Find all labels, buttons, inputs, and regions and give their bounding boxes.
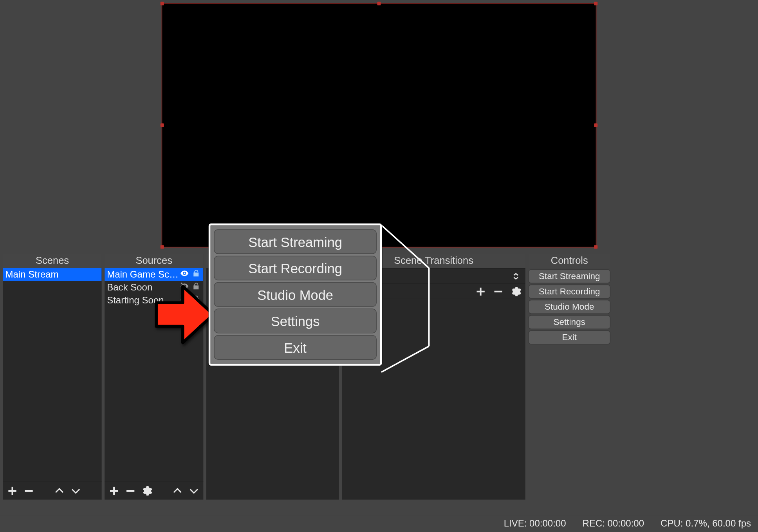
source-item[interactable]: Starting Soon — [105, 294, 203, 307]
source-item[interactable]: Back Soon — [105, 281, 203, 294]
mixer-body — [206, 268, 339, 500]
transitions-body — [342, 268, 525, 500]
move-source-up-button[interactable] — [171, 485, 183, 496]
source-label: Back Soon — [107, 282, 180, 293]
sources-list[interactable]: Main Game Scene Back Soon Starting Soon — [105, 268, 203, 481]
status-bar: LIVE: 00:00:00 REC: 00:00:00 CPU: 0.7%, … — [0, 516, 758, 532]
scene-transitions-panel: Scene Transitions — [342, 254, 525, 500]
start-recording-button[interactable]: Start Recording — [528, 285, 610, 299]
obs-studio-window: Scenes Main Stream Sources Main Game Sce… — [0, 0, 758, 532]
scene-item[interactable]: Main Stream — [3, 268, 102, 281]
transition-properties-button[interactable] — [510, 285, 522, 297]
scene-transitions-header: Scene Transitions — [342, 254, 525, 268]
scenes-toolbar — [3, 481, 102, 500]
panels-row: Scenes Main Stream Sources Main Game Sce… — [3, 254, 755, 500]
lock-icon[interactable] — [191, 281, 201, 293]
settings-button[interactable]: Settings — [528, 315, 610, 329]
studio-mode-button[interactable]: Studio Mode — [528, 300, 610, 314]
scenes-header: Scenes — [3, 254, 102, 268]
scenes-panel: Scenes Main Stream — [3, 254, 102, 500]
visibility-off-icon[interactable] — [180, 294, 189, 306]
start-streaming-button[interactable]: Start Streaming — [528, 269, 610, 283]
svg-point-0 — [184, 272, 185, 274]
sources-toolbar — [105, 481, 203, 500]
mixer-panel: Mixer — [206, 254, 339, 500]
source-properties-button[interactable] — [141, 485, 153, 496]
move-scene-up-button[interactable] — [54, 485, 65, 496]
preview-canvas[interactable] — [162, 3, 597, 247]
add-source-button[interactable] — [108, 485, 120, 496]
controls-panel: Controls Start Streaming Start Recording… — [528, 254, 610, 500]
exit-button[interactable]: Exit — [528, 330, 610, 344]
source-label: Starting Soon — [107, 295, 180, 306]
transition-dropdown-stepper[interactable] — [510, 270, 522, 282]
source-label: Main Game Scene — [107, 269, 180, 280]
remove-source-button[interactable] — [125, 485, 136, 496]
visibility-icon[interactable] — [180, 269, 189, 280]
lock-icon[interactable] — [191, 294, 201, 306]
add-transition-button[interactable] — [475, 285, 487, 297]
sources-header: Sources — [105, 254, 203, 268]
controls-header: Controls — [528, 254, 610, 268]
status-live: LIVE: 00:00:00 — [504, 518, 566, 529]
remove-transition-button[interactable] — [493, 285, 504, 297]
move-scene-down-button[interactable] — [70, 485, 82, 496]
lock-icon[interactable] — [191, 269, 201, 280]
source-item[interactable]: Main Game Scene — [105, 268, 203, 281]
status-cpu: CPU: 0.7%, 60.00 fps — [661, 518, 751, 529]
move-source-down-button[interactable] — [188, 485, 200, 496]
visibility-off-icon[interactable] — [180, 281, 189, 293]
status-rec: REC: 00:00:00 — [583, 518, 644, 529]
controls-body: Start Streaming Start Recording Studio M… — [528, 268, 610, 500]
preview-area[interactable] — [0, 0, 758, 250]
mixer-header: Mixer — [206, 254, 339, 268]
add-scene-button[interactable] — [7, 485, 18, 496]
sources-panel: Sources Main Game Scene Back Soon — [105, 254, 203, 500]
scenes-list[interactable]: Main Stream — [3, 268, 102, 481]
scene-label: Main Stream — [5, 269, 59, 280]
remove-scene-button[interactable] — [23, 485, 35, 496]
